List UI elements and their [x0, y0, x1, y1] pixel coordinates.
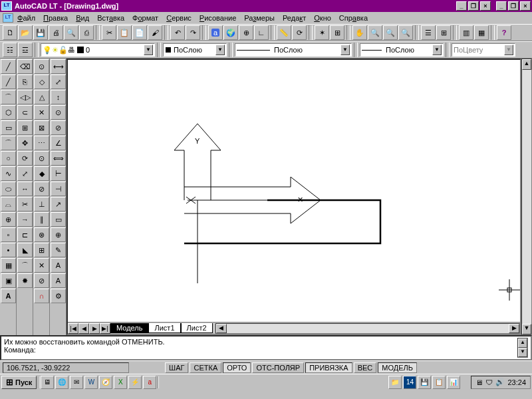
scale-button[interactable]: ⤢: [17, 166, 33, 181]
circle-button[interactable]: ○: [1, 151, 16, 166]
task-app3[interactable]: 💾: [418, 376, 431, 389]
quick-acad[interactable]: a: [143, 376, 156, 389]
zoomprev-button[interactable]: 🔍: [398, 25, 413, 40]
cmd-scroll-up[interactable]: ▲: [518, 338, 527, 348]
hatch-button[interactable]: ▦: [1, 258, 16, 273]
point-button[interactable]: •: [1, 243, 16, 257]
snap-toggle[interactable]: ШАГ: [165, 362, 188, 373]
perp-button[interactable]: ⊥: [34, 197, 49, 211]
save-button[interactable]: 💾: [33, 25, 48, 40]
coordinates-display[interactable]: 106.7521, -30.9222: [3, 362, 129, 373]
layer-dropdown[interactable]: 💡 ☀ 🔓 🖶 0 ▼: [41, 43, 155, 57]
dropdown-arrow-icon[interactable]: ▼: [432, 45, 442, 55]
insert-button[interactable]: ⊕: [1, 212, 16, 227]
doc-minimize-button[interactable]: _: [456, 1, 467, 11]
ellipse-button[interactable]: ⬭: [1, 182, 16, 196]
tolerance-button[interactable]: ▭: [51, 212, 66, 227]
dimbase-button[interactable]: ⊢: [51, 166, 66, 181]
dimstyle-button[interactable]: ⚙: [51, 289, 66, 303]
doc-icon[interactable]: LT: [3, 13, 13, 23]
menu-insert[interactable]: Вставка: [97, 14, 124, 22]
osnap-button[interactable]: ⊕: [239, 25, 253, 40]
offset-button[interactable]: ⊂: [17, 105, 33, 120]
quick-nav[interactable]: 🧭: [99, 376, 112, 389]
publish-button[interactable]: ⎙: [79, 25, 94, 40]
doc-close-button[interactable]: ×: [480, 1, 491, 11]
doc-restore-button[interactable]: ❐: [468, 1, 479, 11]
pline-button[interactable]: ⌒: [1, 90, 16, 104]
trim-button[interactable]: ✂: [17, 197, 33, 211]
dimord-button[interactable]: ↕: [51, 90, 66, 104]
menu-tools[interactable]: Сервис: [166, 14, 192, 22]
qdim-button[interactable]: ⟺: [51, 151, 66, 166]
tab-prev-button[interactable]: ◀: [78, 323, 89, 334]
tab-first-button[interactable]: |◀: [68, 323, 78, 334]
stretch-button[interactable]: ↔: [17, 182, 33, 196]
tab-next-button[interactable]: ▶: [89, 323, 100, 334]
zoomwin-button[interactable]: 🔍: [383, 25, 398, 40]
region-button[interactable]: ▣: [1, 273, 16, 288]
dist-button[interactable]: 📏: [277, 25, 291, 40]
rotate-button[interactable]: ⟳: [17, 151, 33, 166]
explode-button[interactable]: ✸: [17, 273, 33, 288]
today-button[interactable]: a: [208, 25, 223, 40]
color-dropdown[interactable]: ПоСлою ▼: [163, 43, 227, 57]
cmd-scroll-down[interactable]: ▼: [518, 348, 527, 357]
quick-outlook[interactable]: ✉: [70, 376, 83, 389]
tab-model[interactable]: Модель: [110, 323, 148, 333]
task-app2[interactable]: 14: [403, 376, 416, 389]
app-close-button[interactable]: ×: [520, 1, 531, 11]
xref-button[interactable]: ▥: [459, 25, 473, 40]
point-button[interactable]: ✶: [315, 25, 329, 40]
dimupd-button[interactable]: A: [51, 273, 66, 288]
rectangle-button[interactable]: ▭: [1, 120, 16, 135]
node-button[interactable]: ⊗: [34, 227, 49, 242]
command-window[interactable]: Их можно восстановить командой ОТМЕНИТЬ.…: [0, 335, 532, 360]
image-button[interactable]: ▦: [474, 25, 489, 40]
tab-sheet1[interactable]: Лист1: [148, 323, 180, 333]
preview-button[interactable]: 🔍: [64, 25, 78, 40]
browser-button[interactable]: 🌍: [223, 25, 238, 40]
layer-prev-button[interactable]: ☲: [18, 43, 33, 57]
start-button[interactable]: ⊞ Пуск: [1, 376, 37, 389]
dropdown-arrow-icon[interactable]: ▼: [215, 45, 225, 55]
tangent-button[interactable]: ⊘: [34, 182, 49, 196]
menu-edit[interactable]: Правка: [43, 14, 68, 22]
fillet-button[interactable]: ⌒: [17, 258, 33, 273]
mirror-button[interactable]: ◁▷: [17, 90, 33, 104]
quick-desktop[interactable]: 🖥: [41, 376, 54, 389]
linetype-dropdown[interactable]: ПоСлою ▼: [235, 43, 352, 57]
quick-ie[interactable]: 🌐: [55, 376, 68, 389]
new-button[interactable]: 🗋: [3, 25, 17, 40]
mtext-button[interactable]: A: [1, 289, 16, 303]
drawing-canvas[interactable]: Y ✕ |◀ ◀ ▶ ▶| Модель Лист1 Лист2 ◀: [66, 59, 521, 335]
layer-manager-button[interactable]: ☷: [3, 43, 17, 57]
line-button[interactable]: ╱: [1, 59, 16, 74]
horizontal-scrollbar[interactable]: ◀ ▶: [215, 323, 520, 334]
erase-button[interactable]: ⌫: [17, 59, 33, 74]
menu-window[interactable]: Окно: [314, 14, 331, 22]
insert2-button[interactable]: ⊞: [34, 243, 49, 257]
help-button[interactable]: ?: [497, 25, 511, 40]
polar-toggle[interactable]: ОТС-ПОЛЯР: [252, 362, 304, 373]
quick-word[interactable]: W: [84, 376, 98, 389]
snapfrom-button[interactable]: ⊙: [34, 59, 49, 74]
tab-last-button[interactable]: ▶|: [100, 323, 110, 334]
dimlin-button[interactable]: ⟷: [51, 59, 66, 74]
parallel-button[interactable]: ∥: [34, 212, 49, 227]
app-restore-button[interactable]: ❐: [508, 1, 519, 11]
dcenter-button[interactable]: ⊞: [436, 25, 451, 40]
dropdown-arrow-icon[interactable]: ▼: [144, 45, 153, 55]
dimrad-button[interactable]: ⊙: [51, 105, 66, 120]
model-toggle[interactable]: МОДЕЛЬ: [378, 362, 417, 373]
nearest-button[interactable]: ✕: [34, 258, 49, 273]
quadrant-button[interactable]: ◆: [34, 166, 49, 181]
qleader-button[interactable]: ↗: [51, 197, 66, 211]
lineweight-dropdown[interactable]: ПоСлою ▼: [360, 43, 444, 57]
tray-volume-icon[interactable]: 🔊: [495, 378, 505, 386]
dimalg-button[interactable]: ⤢: [51, 74, 66, 89]
tray-icon1[interactable]: 🖥: [475, 378, 483, 386]
tray-icon2[interactable]: 🛡: [485, 378, 493, 386]
midpoint-button[interactable]: △: [34, 90, 49, 104]
dimcen-button[interactable]: ⊕: [51, 227, 66, 242]
